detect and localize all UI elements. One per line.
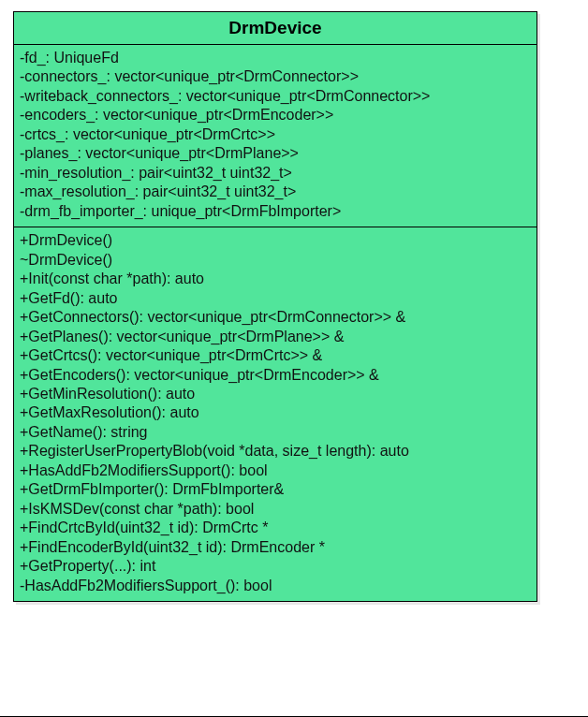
class-operation: +FindCrtcById(uint32_t id): DrmCrtc * bbox=[20, 519, 531, 537]
class-operation: +RegisterUserPropertyBlob(void *data, si… bbox=[20, 442, 531, 461]
class-name: DrmDevice bbox=[14, 12, 537, 45]
class-operation: +GetMinResolution(): auto bbox=[20, 385, 531, 403]
class-attribute: -max_resolution_: pair<uint32_t uint32_t… bbox=[20, 183, 531, 201]
class-attribute: -min_resolution_: pair<uint32_t uint32_t… bbox=[20, 164, 531, 183]
class-attribute: -fd_: UniqueFd bbox=[20, 49, 531, 67]
diagram-canvas: DrmDevice -fd_: UniqueFd-connectors_: ve… bbox=[0, 0, 588, 717]
class-operation: +Init(const char *path): auto bbox=[20, 270, 531, 288]
class-operation: +GetProperty(...): int bbox=[20, 557, 531, 576]
class-attribute: -drm_fb_importer_: unique_ptr<DrmFbImpor… bbox=[20, 202, 531, 221]
class-operation: ~DrmDevice() bbox=[20, 251, 531, 270]
class-operation: +GetCrtcs(): vector<unique_ptr<DrmCrtc>>… bbox=[20, 346, 531, 365]
class-operation: +GetConnectors(): vector<unique_ptr<DrmC… bbox=[20, 308, 531, 327]
uml-class-box: DrmDevice -fd_: UniqueFd-connectors_: ve… bbox=[13, 11, 537, 602]
class-operation: +IsKMSDev(const char *path): bool bbox=[20, 500, 531, 519]
class-operation: +GetEncoders(): vector<unique_ptr<DrmEnc… bbox=[20, 366, 531, 385]
class-attribute: -planes_: vector<unique_ptr<DrmPlane>> bbox=[20, 144, 531, 163]
class-operation: +HasAddFb2ModifiersSupport(): bool bbox=[20, 461, 531, 480]
class-operation: +FindEncoderById(uint32_t id): DrmEncode… bbox=[20, 538, 531, 557]
class-operations-section: +DrmDevice()~DrmDevice()+Init(const char… bbox=[14, 227, 537, 601]
class-attribute: -writeback_connectors_: vector<unique_pt… bbox=[20, 87, 531, 106]
class-attribute: -encoders_: vector<unique_ptr<DrmEncoder… bbox=[20, 106, 531, 124]
class-operation: +GetFd(): auto bbox=[20, 289, 531, 308]
class-operation: +DrmDevice() bbox=[20, 231, 531, 250]
class-operation: +GetName(): string bbox=[20, 423, 531, 442]
class-operation: +GetDrmFbImporter(): DrmFbImporter& bbox=[20, 480, 531, 499]
class-operation: -HasAddFb2ModifiersSupport_(): bool bbox=[20, 577, 531, 595]
class-operation: +GetPlanes(): vector<unique_ptr<DrmPlane… bbox=[20, 328, 531, 346]
class-attribute: -crtcs_: vector<unique_ptr<DrmCrtc>> bbox=[20, 125, 531, 144]
class-operation: +GetMaxResolution(): auto bbox=[20, 403, 531, 422]
class-attributes-section: -fd_: UniqueFd-connectors_: vector<uniqu… bbox=[14, 45, 537, 227]
class-attribute: -connectors_: vector<unique_ptr<DrmConne… bbox=[20, 67, 531, 86]
